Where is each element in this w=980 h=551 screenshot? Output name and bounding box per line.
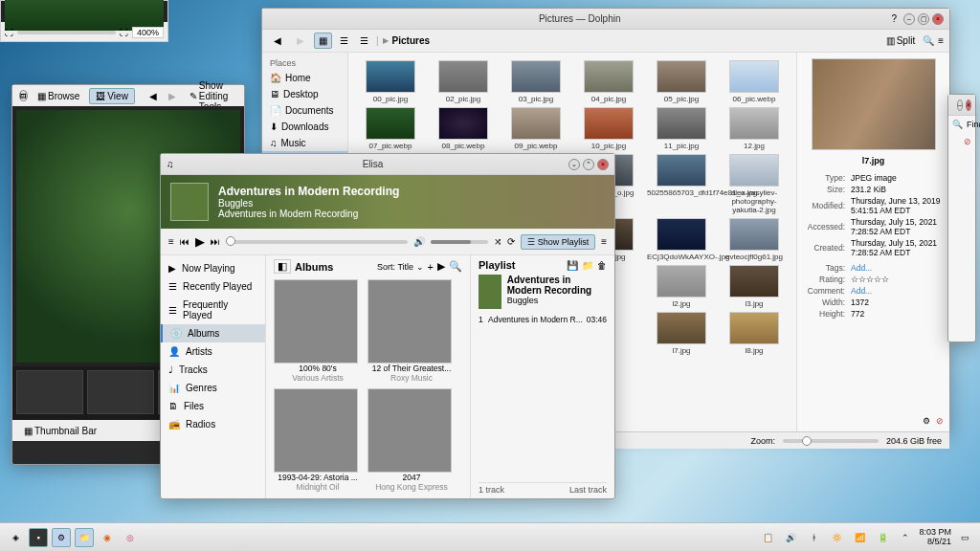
file-thumbnail[interactable]: 04_pic.jpg — [574, 60, 643, 103]
album-card[interactable]: 100% 80'sVarious Artists — [274, 279, 362, 383]
minimize-button[interactable]: – — [903, 13, 915, 25]
sort-button[interactable]: Sort: Title ⌄ — [377, 262, 424, 272]
minimize-button[interactable]: – — [957, 99, 963, 111]
file-thumbnail[interactable]: l7.jpg — [647, 312, 716, 355]
forward-button[interactable] — [291, 33, 310, 48]
add-comment-link[interactable]: Add... — [851, 286, 872, 296]
file-thumbnail[interactable]: 08_pic.webp — [429, 107, 498, 150]
details-view-button[interactable] — [356, 33, 372, 48]
find-label[interactable]: Find — [967, 120, 980, 129]
thumbnail[interactable] — [87, 370, 154, 414]
file-thumbnail[interactable]: 05_pic.jpg — [647, 60, 716, 103]
playlist-track[interactable]: 1Adventures in Modern R...03:46 — [479, 313, 607, 326]
enqueue-button[interactable] — [428, 261, 434, 273]
album-card[interactable]: 1993-04-29: Astoria ...Midnight Oil — [274, 388, 362, 492]
tray-battery[interactable]: 🔋 — [873, 528, 892, 547]
thumbnail-bar-button[interactable]: Thumbnail Bar — [18, 424, 102, 438]
dolphin-titlebar[interactable]: Pictures — Dolphin – ▢ × — [262, 9, 949, 30]
close-button[interactable]: × — [932, 13, 944, 25]
rating-stars[interactable]: ☆☆☆☆☆ — [851, 275, 942, 284]
play-all-button[interactable] — [437, 260, 445, 273]
breadcrumb[interactable]: Pictures — [392, 35, 430, 46]
nav-item-artists[interactable]: Artists — [161, 342, 265, 361]
peek-desktop[interactable]: ▭ — [955, 528, 974, 547]
fullscreen-icon[interactable] — [120, 28, 128, 37]
nav-item-frequently-played[interactable]: Frequently Played — [161, 296, 265, 324]
player-menu[interactable] — [168, 236, 174, 247]
prev-button[interactable] — [180, 236, 189, 247]
task-settings[interactable]: ⚙ — [52, 528, 71, 547]
file-thumbnail[interactable]: 10_pic.jpg — [574, 107, 643, 150]
config-button[interactable] — [923, 416, 930, 426]
nav-item-tracks[interactable]: Tracks — [161, 361, 265, 379]
close-button[interactable]: × — [597, 159, 609, 170]
clear-playlist-button[interactable] — [597, 260, 607, 271]
view-button[interactable]: View — [89, 88, 135, 104]
close-panel-button[interactable]: ⊘ — [936, 416, 944, 426]
file-thumbnail[interactable]: 06_pic.webp — [720, 60, 789, 103]
maximize-button[interactable]: ⌃ — [583, 159, 594, 170]
close-button[interactable]: × — [966, 99, 971, 111]
sidebar-item-home[interactable]: Home — [262, 70, 347, 86]
thumbnail[interactable] — [16, 370, 83, 414]
file-thumbnail[interactable]: 07_pic.webp — [356, 107, 425, 150]
file-thumbnail[interactable]: 09_pic.webp — [501, 107, 570, 150]
zoom-slider[interactable] — [17, 31, 116, 34]
sidebar-item-desktop[interactable]: Desktop — [262, 86, 347, 102]
nav-item-genres[interactable]: Genres — [161, 379, 265, 397]
compact-view-button[interactable] — [336, 33, 352, 48]
nav-item-albums[interactable]: Albums — [161, 324, 265, 342]
tray-volume[interactable]: 🔊 — [781, 528, 800, 547]
minimize-button[interactable]: ⌄ — [568, 159, 580, 170]
close-find-button[interactable]: ⊘ — [964, 137, 971, 146]
file-thumbnail[interactable]: evteocjfl0g61.jpg — [720, 218, 789, 261]
maximize-button[interactable]: ▢ — [918, 13, 929, 25]
repeat-button[interactable]: ⟳ — [507, 236, 515, 247]
file-thumbnail[interactable]: 12.jpg — [720, 107, 789, 150]
clock[interactable]: 8:03 PM 8/5/21 — [919, 528, 951, 547]
nav-item-files[interactable]: Files — [161, 397, 265, 415]
app-launcher[interactable]: ◈ — [6, 528, 25, 547]
nav-item-recently-played[interactable]: Recently Played — [161, 277, 265, 296]
nav-item-radios[interactable]: Radios — [161, 415, 265, 433]
forward-button[interactable] — [165, 89, 180, 103]
file-thumbnail[interactable]: l3.jpg — [720, 265, 789, 308]
task-firefox[interactable]: ◉ — [98, 528, 117, 547]
sidebar-item-music[interactable]: Music — [262, 135, 347, 151]
nav-item-now-playing[interactable]: Now Playing — [161, 259, 265, 277]
file-thumbnail[interactable]: l8.jpg — [720, 312, 789, 355]
file-thumbnail[interactable]: 11_pic.jpg — [647, 107, 716, 150]
app-menu[interactable] — [601, 236, 607, 247]
search-button[interactable] — [923, 35, 934, 46]
play-button[interactable] — [195, 234, 205, 249]
file-thumbnail[interactable]: 00_pic.jpg — [356, 60, 425, 103]
tray-network[interactable]: 📶 — [850, 528, 869, 547]
hamburger-menu[interactable] — [938, 35, 944, 46]
show-playlist-button[interactable]: Show Playlist — [521, 234, 595, 250]
album-card[interactable]: 2047Hong Kong Express — [368, 388, 456, 492]
sidebar-item-documents[interactable]: Documents — [262, 102, 347, 119]
sidebar-item-downloads[interactable]: Downloads — [262, 119, 347, 135]
next-button[interactable] — [211, 236, 220, 247]
zoom-slider[interactable] — [783, 439, 879, 443]
elisa-titlebar[interactable]: Elisa ⌄ ⌃ × — [161, 154, 614, 175]
fit-button[interactable] — [5, 28, 13, 37]
search-albums-button[interactable] — [449, 260, 462, 273]
save-playlist-button[interactable]: 💾 — [567, 260, 578, 271]
file-thumbnail[interactable]: alex-vasyliev-photography-yakutia-2.jpg — [720, 154, 789, 214]
seek-slider[interactable] — [226, 240, 408, 244]
tray-night[interactable]: 🔅 — [827, 528, 846, 547]
shuffle-button[interactable]: ⤨ — [494, 236, 501, 247]
album-card[interactable]: 12 of Their Greatest...Roxy Music — [368, 279, 456, 383]
back-button[interactable] — [268, 33, 287, 48]
tray-bluetooth[interactable]: ᚼ — [804, 528, 823, 547]
browse-button[interactable]: Browse — [32, 89, 85, 103]
load-playlist-button[interactable] — [582, 260, 593, 271]
tray-klipper[interactable]: 📋 — [758, 528, 777, 547]
volume-icon[interactable] — [413, 236, 425, 247]
help-button[interactable] — [891, 13, 897, 24]
task-app[interactable]: ◎ — [121, 528, 140, 547]
file-thumbnail[interactable]: 50255865703_dfd1f74e81_o.jpg — [647, 154, 716, 214]
split-button[interactable]: ▥ Split — [882, 33, 919, 48]
toggle-view-button[interactable]: ◧ — [274, 259, 291, 274]
